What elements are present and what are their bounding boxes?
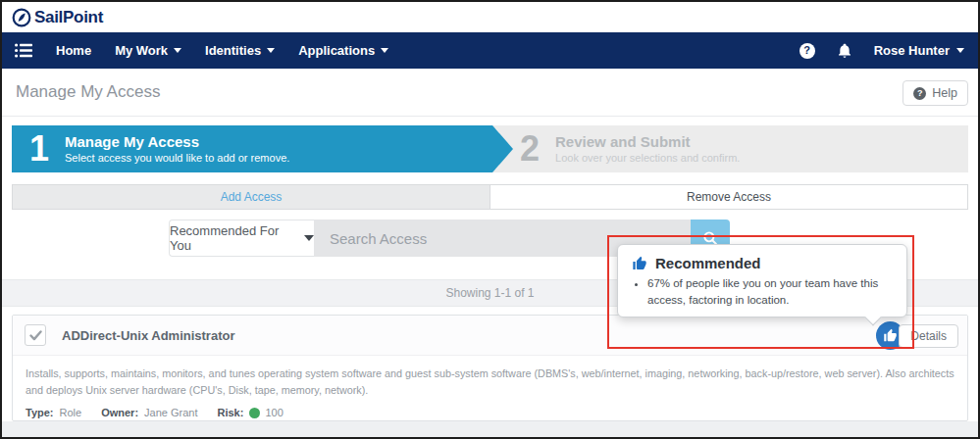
- tab-add-access-label: Add Access: [221, 190, 283, 204]
- nav-applications-label: Applications: [298, 43, 375, 58]
- access-item-name: ADDirect-Unix Administrator: [62, 328, 234, 343]
- nav-home[interactable]: Home: [56, 43, 91, 58]
- owner-value: Jane Grant: [144, 407, 197, 418]
- step-1-number: 1: [29, 131, 49, 167]
- risk-value: 100: [265, 407, 283, 418]
- chevron-down-icon: [381, 48, 388, 53]
- access-row: ADDirect-Unix Administrator Details Inst…: [12, 315, 968, 421]
- type-value: Role: [60, 407, 82, 418]
- risk-indicator-dot: [249, 408, 260, 418]
- app-window: SailPoint Home My Work Identities Applic…: [0, 0, 980, 439]
- chevron-down-icon: [174, 48, 181, 53]
- nav-my-work-label: My Work: [115, 43, 168, 58]
- step-1-subtitle: Select access you would like to add or r…: [65, 151, 289, 165]
- help-button[interactable]: ? Help: [903, 80, 968, 106]
- step-1-manage-my-access: 1 Manage My Access Select access you wou…: [12, 125, 492, 172]
- help-button-label: Help: [932, 86, 957, 100]
- owner-label: Owner:: [101, 407, 138, 418]
- page-title: Manage My Access: [16, 69, 160, 116]
- access-checkbox[interactable]: [25, 324, 46, 346]
- checkmark-icon: [29, 330, 42, 341]
- access-tabs: Add Access Remove Access: [12, 184, 968, 210]
- brand-name: SailPoint: [34, 8, 103, 27]
- risk-label: Risk:: [217, 407, 243, 418]
- type-label: Type:: [26, 407, 54, 418]
- popover-title: Recommended: [655, 255, 761, 271]
- step-1-title: Manage My Access: [65, 133, 289, 151]
- thumbs-up-icon: [883, 328, 898, 343]
- step-2-title: Review and Submit: [555, 133, 740, 151]
- chevron-down-icon: [267, 48, 275, 53]
- logo-bar: SailPoint: [2, 2, 978, 32]
- nav-identities-label: Identities: [205, 43, 261, 58]
- nav-home-label: Home: [56, 43, 91, 58]
- tab-remove-access[interactable]: Remove Access: [490, 185, 967, 209]
- recommended-popover: Recommended 67% of people like you on yo…: [617, 244, 907, 317]
- menu-list-icon[interactable]: [15, 43, 32, 58]
- page-header: Manage My Access ? Help: [2, 69, 978, 117]
- thumbs-up-icon: [632, 256, 647, 271]
- main-navbar: Home My Work Identities Applications ? R…: [2, 32, 978, 69]
- access-item-description: Installs, supports, maintains, monitors,…: [13, 356, 967, 398]
- wizard-steps: 1 Manage My Access Select access you wou…: [12, 125, 968, 172]
- page-footer-background: [2, 421, 978, 437]
- access-row-header: ADDirect-Unix Administrator Details: [13, 316, 967, 356]
- sailpoint-logo: SailPoint: [12, 8, 103, 27]
- chevron-down-icon: [956, 48, 964, 53]
- step-2-review-and-submit: 2 Review and Submit Look over your selec…: [520, 125, 740, 172]
- popover-bullet: 67% of people like you on your team have…: [647, 275, 888, 308]
- chevron-down-icon: [304, 235, 314, 241]
- user-name: Rose Hunter: [874, 43, 950, 58]
- help-icon: ?: [913, 87, 926, 100]
- nav-identities[interactable]: Identities: [205, 43, 275, 58]
- step-2-subtitle: Look over your selections and confirm.: [555, 151, 740, 165]
- nav-my-work[interactable]: My Work: [115, 43, 181, 58]
- sailpoint-logo-icon: [12, 8, 31, 27]
- details-button[interactable]: Details: [899, 324, 958, 348]
- tab-remove-access-label: Remove Access: [687, 190, 771, 204]
- step-2-number: 2: [520, 131, 540, 167]
- tab-add-access[interactable]: Add Access: [13, 185, 490, 209]
- notifications-bell-icon[interactable]: [837, 42, 852, 59]
- help-circle-icon[interactable]: ?: [799, 43, 815, 59]
- nav-applications[interactable]: Applications: [298, 43, 388, 58]
- filter-dropdown-label: Recommended For You: [170, 223, 297, 253]
- user-menu[interactable]: Rose Hunter: [874, 43, 964, 58]
- filter-dropdown[interactable]: Recommended For You: [169, 220, 314, 257]
